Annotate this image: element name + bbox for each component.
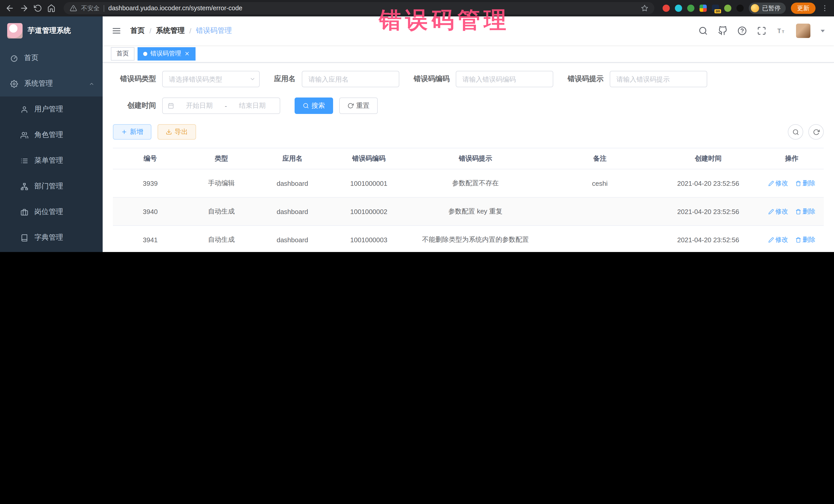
overlay-annotation: 错误码管理	[379, 5, 510, 36]
cell-remark	[543, 197, 657, 225]
sidebar-item-users[interactable]: 用户管理	[0, 96, 103, 122]
sidebar-item-dashboard[interactable]: 首页	[0, 45, 103, 71]
start-date-placeholder[interactable]: 开始日期	[177, 101, 222, 110]
sidebar-item-label: 首页	[24, 53, 39, 63]
cell-actions: 修改 删除	[760, 197, 824, 225]
extension-icon-grid[interactable]	[700, 5, 707, 12]
refresh-icon	[813, 129, 819, 135]
delete-label: 删除	[803, 235, 815, 244]
table-header-row: 编号 类型 应用名 错误码编码 错误码提示 备注 创建时间 操作	[113, 148, 824, 169]
bookmark-star-icon[interactable]	[641, 5, 648, 12]
url-text[interactable]: dashboard.yudao.iocoder.cn/system/error-…	[108, 5, 637, 12]
search-button[interactable]: 搜索	[294, 97, 333, 114]
col-header-id: 编号	[113, 148, 188, 169]
extension-icon-dark[interactable]: on	[712, 5, 719, 12]
breadcrumb-current: 错误码管理	[196, 26, 232, 36]
tab-label: 首页	[116, 49, 129, 58]
hamburger-icon	[112, 26, 121, 36]
extension-icon-pin[interactable]	[737, 5, 744, 12]
search-button-label: 搜索	[311, 101, 325, 110]
browser-forward-icon[interactable]	[20, 4, 29, 13]
tab-label: 错误码管理	[150, 49, 181, 58]
docs-help-button[interactable]	[738, 26, 747, 36]
extension-icon-green-v[interactable]	[687, 5, 695, 12]
edit-icon	[768, 180, 774, 186]
font-size-button[interactable]	[776, 26, 786, 36]
sidebar-toggle-button[interactable]	[112, 26, 121, 36]
sidebar-item-menus[interactable]: 菜单管理	[0, 148, 103, 174]
col-header-remark: 备注	[543, 148, 657, 169]
col-header-type: 类型	[188, 148, 255, 169]
trash-icon	[795, 209, 801, 214]
browser-menu-icon[interactable]	[821, 4, 829, 12]
filter-row-2: 创建时间 开始日期 - 结束日期 搜索 重置	[113, 97, 824, 114]
breadcrumb-home[interactable]: 首页	[130, 26, 145, 36]
delete-link[interactable]: 删除	[795, 179, 815, 188]
cell-remark	[543, 225, 657, 252]
filter-row-1: 错误码类型 应用名 错误码编码 错误码提示	[113, 71, 824, 87]
date-range-picker[interactable]: 开始日期 - 结束日期	[162, 97, 280, 114]
fullscreen-button[interactable]	[757, 26, 766, 36]
end-date-placeholder[interactable]: 结束日期	[230, 101, 275, 110]
tab-error-code[interactable]: 错误码管理	[137, 47, 196, 60]
col-header-time: 创建时间	[657, 148, 760, 169]
user-avatar[interactable]	[796, 24, 810, 38]
cell-code: 1001000003	[330, 225, 408, 252]
address-bar[interactable]: 不安全 dashboard.yudao.iocoder.cn/system/er…	[64, 2, 654, 14]
error-code-input[interactable]	[456, 71, 553, 87]
browser-update-button[interactable]: 更新	[791, 3, 815, 14]
tab-home[interactable]: 首页	[111, 47, 134, 60]
error-hint-input[interactable]	[610, 71, 707, 87]
toggle-search-button[interactable]	[788, 124, 803, 139]
error-type-label: 错误码类型	[113, 74, 156, 84]
breadcrumb-separator: /	[149, 27, 151, 35]
cell-code: 1001000002	[330, 197, 408, 225]
cell-type: 自动生成	[188, 225, 255, 252]
github-link-button[interactable]	[718, 26, 727, 36]
extension-icon-drop[interactable]	[675, 5, 682, 12]
fullscreen-icon	[757, 26, 766, 36]
sidebar-item-dictionary[interactable]: 字典管理	[0, 225, 103, 250]
search-icon	[792, 129, 799, 135]
profile-chip[interactable]: 已暂停	[749, 3, 786, 14]
delete-link[interactable]: 删除	[795, 207, 815, 216]
sidebar-item-posts[interactable]: 岗位管理	[0, 199, 103, 225]
sidebar-item-departments[interactable]: 部门管理	[0, 174, 103, 199]
breadcrumb-system[interactable]: 系统管理	[156, 26, 185, 36]
extension-icon-leaf[interactable]	[724, 5, 731, 12]
cell-actions: 修改 删除	[760, 225, 824, 252]
app-name-input[interactable]	[302, 71, 399, 87]
sidebar-item-roles[interactable]: 角色管理	[0, 122, 103, 148]
close-icon[interactable]	[184, 51, 190, 57]
browser-back-icon[interactable]	[5, 4, 14, 13]
profile-paused-label: 已暂停	[762, 4, 781, 13]
reset-button[interactable]: 重置	[339, 97, 378, 114]
cell-message: 不能删除类型为系统内置的参数配置	[408, 225, 543, 252]
trash-icon	[795, 180, 801, 186]
cell-message: 参数配置 key 重复	[408, 197, 543, 225]
error-type-select-input[interactable]	[162, 71, 260, 87]
col-header-message: 错误码提示	[408, 148, 543, 169]
edit-icon	[768, 237, 774, 242]
add-button[interactable]: 新增	[113, 124, 151, 139]
app-logo-bar[interactable]: 芋道管理系统	[0, 17, 103, 45]
browser-reload-icon[interactable]	[34, 4, 42, 12]
refresh-table-button[interactable]	[808, 124, 824, 139]
browser-home-icon[interactable]	[47, 4, 56, 12]
toolbar-right	[788, 124, 824, 139]
edit-link[interactable]: 修改	[768, 235, 788, 244]
cell-type: 手动编辑	[188, 169, 255, 197]
header-search-button[interactable]	[699, 26, 708, 36]
sidebar-item-notices[interactable]: 通知公告	[0, 250, 103, 252]
avatar-caret-down-icon[interactable]	[821, 29, 825, 32]
delete-link[interactable]: 删除	[795, 235, 815, 244]
edit-link[interactable]: 修改	[768, 207, 788, 216]
edit-link[interactable]: 修改	[768, 179, 788, 188]
sidebar-item-system[interactable]: 系统管理	[0, 71, 103, 96]
sidebar-menu: 首页 系统管理 用户管理 角色管理	[0, 45, 103, 252]
export-button[interactable]: 导出	[158, 124, 196, 139]
error-type-select[interactable]	[162, 71, 260, 87]
extension-icon-red[interactable]	[663, 5, 670, 12]
org-tree-icon	[21, 182, 28, 190]
extension-badge: on	[715, 9, 721, 13]
